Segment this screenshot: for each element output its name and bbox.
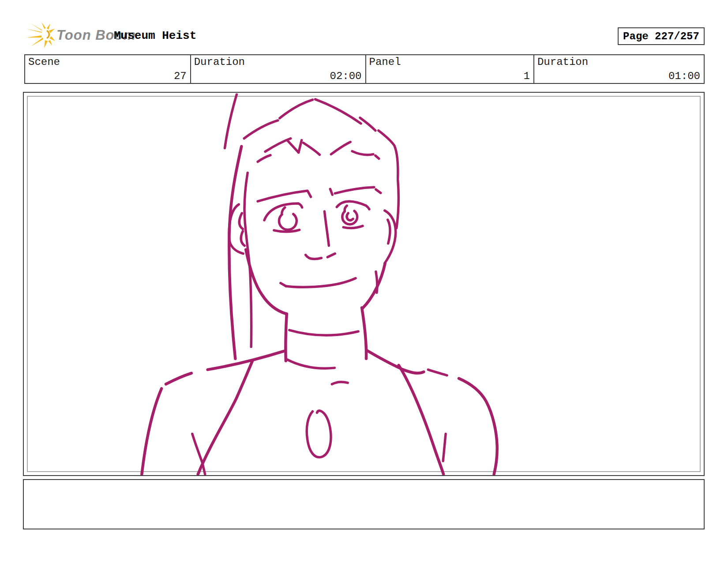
panel-value: 1 (524, 70, 530, 82)
scene-value: 27 (174, 70, 187, 82)
sketch-hair (225, 94, 398, 359)
scene-duration-label: Duration (194, 56, 245, 68)
storyboard-sketch (24, 93, 704, 475)
sketch-ears (229, 204, 396, 263)
panel-duration-value: 01:00 (668, 70, 700, 82)
scene-cell: Scene 27 (25, 55, 190, 83)
starburst-icon (25, 22, 56, 49)
sketch-face (246, 187, 385, 368)
panel-cell: Panel 1 (365, 55, 533, 83)
panel-label: Panel (369, 56, 401, 68)
panel-info-row: Scene 27 Duration 02:00 Panel 1 Duration… (24, 54, 705, 84)
storyboard-panel (23, 92, 705, 476)
page-number-label: Page 227/257 (623, 30, 699, 42)
scene-label: Scene (28, 56, 60, 68)
page-number-box: Page 227/257 (618, 27, 705, 45)
caption-box (23, 479, 705, 529)
sketch-forehead (258, 139, 379, 162)
panel-duration-cell: Duration 01:00 (533, 55, 704, 83)
scene-duration-cell: Duration 02:00 (190, 55, 365, 83)
storyboard-page: Toon Boom Museum Heist Page 227/257 Scen… (0, 0, 728, 563)
scene-duration-value: 02:00 (330, 70, 362, 82)
panel-duration-label: Duration (537, 56, 588, 68)
project-title: Museum Heist (114, 29, 196, 42)
